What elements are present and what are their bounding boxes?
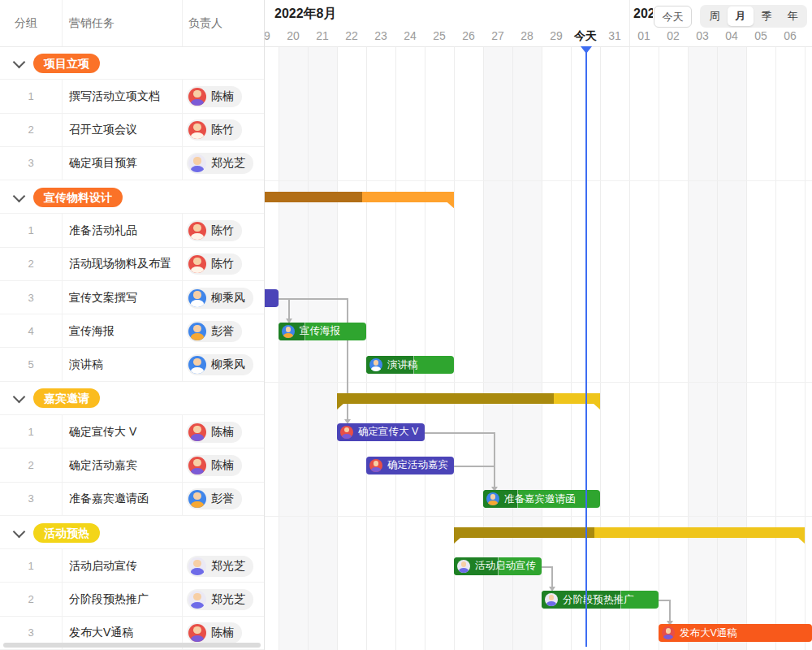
task-number: 3 [0, 626, 62, 639]
group-row: 项目立项 [0, 46, 264, 80]
task-number: 3 [0, 292, 62, 304]
view-segment-周[interactable]: 周 [702, 6, 728, 26]
assignee-name: 陈竹 [211, 257, 234, 271]
summary-bar[interactable] [337, 393, 600, 404]
task-bar[interactable]: 分阶段预热推广 [542, 591, 659, 609]
grid-line [337, 46, 338, 650]
day-label: 04 [717, 29, 746, 42]
column-divider [182, 0, 183, 46]
assignee-name: 彭誉 [211, 492, 234, 506]
assignee-pill[interactable]: 彭誉 [187, 488, 242, 509]
task-bar[interactable]: 准备嘉宾邀请函 [483, 490, 600, 508]
chevron-down-icon[interactable] [13, 525, 26, 538]
task-bar[interactable] [265, 289, 279, 307]
assignee-pill[interactable]: 陈竹 [187, 254, 242, 275]
task-bar-text: 活动启动宣传 [475, 559, 536, 573]
column-divider [182, 314, 183, 347]
group-badge[interactable]: 活动预热 [33, 523, 100, 543]
task-bar[interactable]: 确定宣传大 V [337, 423, 425, 441]
assignee-name: 陈楠 [211, 89, 234, 104]
column-divider [182, 147, 183, 180]
weekend-stripe [717, 46, 746, 650]
day-label: 20 [279, 29, 308, 42]
avatar [188, 255, 206, 273]
row-divider [265, 180, 812, 181]
chevron-down-icon[interactable] [13, 189, 26, 202]
assignee-pill[interactable]: 陈竹 [187, 220, 242, 241]
chevron-down-icon[interactable] [13, 55, 26, 68]
group-row: 活动预热 [0, 516, 264, 549]
weekend-stripe [688, 46, 717, 650]
column-divider [62, 583, 63, 615]
task-number: 5 [0, 358, 62, 370]
task-bar[interactable]: 确定活动嘉宾 [366, 457, 454, 474]
header-divider [265, 46, 812, 47]
assignee-pill[interactable]: 陈竹 [187, 119, 242, 141]
column-divider [62, 314, 63, 347]
task-bar-label: 宣传海报 [282, 323, 340, 340]
task-number: 4 [0, 325, 62, 337]
task-bar-label: 确定宣传大 V [340, 423, 418, 441]
col-header-group: 分组 [15, 0, 37, 46]
weekend-stripe [308, 46, 337, 650]
day-label: 28 [512, 29, 542, 42]
next-month-label: 2022年9月 [633, 6, 653, 24]
task-bar[interactable]: 演讲稿 [366, 356, 454, 374]
task-bar-text: 确定活动嘉宾 [387, 458, 448, 472]
task-row: 2确定活动嘉宾陈楠 [0, 448, 264, 482]
dependency-line [425, 432, 494, 434]
task-table: 分组 营销任务 负责人 项目立项1撰写活动立项文档陈楠2召开立项会议陈竹3确定项… [0, 0, 265, 650]
task-name: 确定宣传大 V [69, 425, 136, 440]
task-bar[interactable]: 宣传海报 [279, 323, 366, 340]
assignee-pill[interactable]: 陈楠 [187, 455, 242, 476]
task-row: 2召开立项会议陈竹 [0, 114, 264, 147]
day-label: 25 [425, 29, 454, 42]
view-segment-季[interactable]: 季 [754, 6, 780, 26]
column-divider [182, 349, 183, 381]
view-segment-年[interactable]: 年 [780, 6, 806, 26]
assignee-name: 郑光芝 [211, 156, 245, 171]
today-button[interactable]: 今天 [654, 6, 692, 28]
task-name: 分阶段预热推广 [69, 592, 149, 607]
grid-line [746, 46, 747, 650]
task-name: 活动现场物料及布置 [69, 257, 171, 271]
assignee-pill[interactable]: 郑光芝 [187, 556, 253, 577]
group-badge[interactable]: 宣传物料设计 [33, 188, 123, 207]
chevron-down-icon[interactable] [13, 391, 26, 404]
assignee-pill[interactable]: 陈楠 [187, 422, 242, 443]
summary-bar[interactable] [265, 192, 454, 202]
assignee-name: 陈竹 [211, 223, 234, 238]
column-divider [182, 583, 183, 615]
column-divider [62, 448, 63, 481]
assignee-pill[interactable]: 郑光芝 [187, 153, 253, 174]
task-row: 2分阶段预热推广郑光芝 [0, 583, 264, 616]
avatar [188, 121, 206, 139]
avatar [188, 457, 206, 474]
task-bar[interactable]: 发布大V通稿 [659, 624, 812, 642]
assignee-pill[interactable]: 陈楠 [187, 622, 242, 644]
task-number: 2 [0, 258, 62, 270]
assignee-pill[interactable]: 柳乘风 [187, 354, 253, 375]
task-number: 1 [0, 426, 62, 438]
assignee-pill[interactable]: 郑光芝 [187, 589, 253, 610]
horizontal-scrollbar-thumb[interactable] [3, 643, 261, 648]
task-bar-text: 分阶段预热推广 [563, 593, 634, 607]
task-name: 宣传文案撰写 [69, 291, 137, 306]
task-bar[interactable]: 活动启动宣传 [454, 557, 542, 575]
summary-bar[interactable] [454, 527, 805, 538]
group-badge[interactable]: 项目立项 [33, 54, 100, 73]
avatar [188, 289, 206, 307]
assignee-pill[interactable]: 彭誉 [187, 321, 242, 342]
summary-progress [337, 393, 554, 404]
task-bar-text: 发布大V通稿 [680, 626, 737, 640]
summary-progress [265, 192, 362, 202]
day-label: 31 [600, 29, 629, 42]
assignee-pill[interactable]: 柳乘风 [187, 288, 253, 309]
view-segment-月[interactable]: 月 [728, 6, 754, 26]
weekend-stripe [279, 46, 308, 650]
assignee-pill[interactable]: 陈楠 [187, 86, 242, 107]
group-badge[interactable]: 嘉宾邀请 [33, 388, 100, 408]
gantt-app: 分组 营销任务 负责人 项目立项1撰写活动立项文档陈楠2召开立项会议陈竹3确定项… [0, 0, 812, 650]
task-row: 3准备嘉宾邀请函彭誉 [0, 483, 264, 516]
column-divider [62, 214, 63, 246]
